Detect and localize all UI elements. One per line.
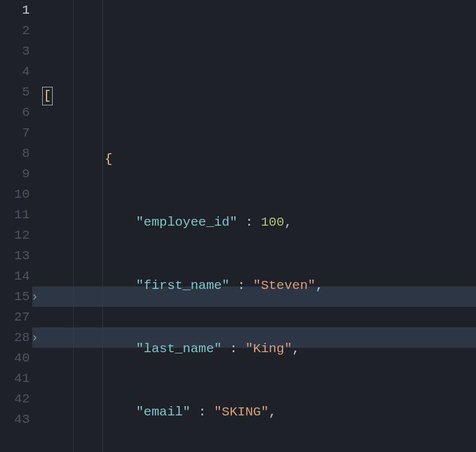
line-number: 13 xyxy=(0,246,30,266)
line-number: 12 xyxy=(0,225,30,246)
line-number: 3 xyxy=(0,41,30,61)
line-number: 40 xyxy=(0,348,30,368)
fold-rail: › › xyxy=(32,0,42,452)
line-number: 1 xyxy=(0,0,30,20)
json-key: "email" xyxy=(136,405,190,419)
line-number: 5 xyxy=(0,82,30,102)
code-area[interactable]: [ { "employee_id" : 100, "first_name" : … xyxy=(42,0,476,452)
line-number: 10 xyxy=(0,184,30,205)
line-number: 11 xyxy=(0,205,30,225)
fold-toggle-icon[interactable]: › xyxy=(31,327,38,348)
json-string: "SKING" xyxy=(214,405,268,419)
line-number: 42 xyxy=(0,389,30,409)
code-line[interactable]: [ xyxy=(42,86,476,106)
brace-open: { xyxy=(105,152,113,166)
line-number: 7 xyxy=(0,123,30,143)
code-line[interactable]: "employee_id" : 100, xyxy=(42,212,476,233)
line-number: 9 xyxy=(0,164,30,184)
code-editor[interactable]: 1 2 3 4 5 6 7 8 9 10 11 12 13 14 15 27 2… xyxy=(0,0,476,452)
line-number: 43 xyxy=(0,409,30,430)
line-number: 27 xyxy=(0,307,30,327)
line-number: 41 xyxy=(0,368,30,389)
line-number: 14 xyxy=(0,266,30,286)
json-string: "King" xyxy=(245,342,293,356)
line-number: 15 xyxy=(0,286,30,307)
line-number-gutter[interactable]: 1 2 3 4 5 6 7 8 9 10 11 12 13 14 15 27 2… xyxy=(0,0,32,452)
json-number: 100 xyxy=(261,215,284,229)
cursor: [ xyxy=(42,87,53,105)
line-number: 4 xyxy=(0,61,30,82)
json-key: "employee_id" xyxy=(136,215,237,229)
code-line[interactable]: "email" : "SKING", xyxy=(42,402,476,422)
code-line[interactable]: { xyxy=(42,149,476,169)
fold-toggle-icon[interactable]: › xyxy=(31,286,38,307)
code-line[interactable]: "last_name" : "King", xyxy=(42,339,476,359)
line-number: 2 xyxy=(0,20,30,41)
json-key: "first_name" xyxy=(136,278,229,293)
json-string: "Steven" xyxy=(253,278,315,293)
line-number: 28 xyxy=(0,327,30,348)
code-line[interactable]: "first_name" : "Steven", xyxy=(42,275,476,296)
line-number: 8 xyxy=(0,143,30,164)
line-number: 6 xyxy=(0,102,30,123)
json-key: "last_name" xyxy=(136,342,222,356)
